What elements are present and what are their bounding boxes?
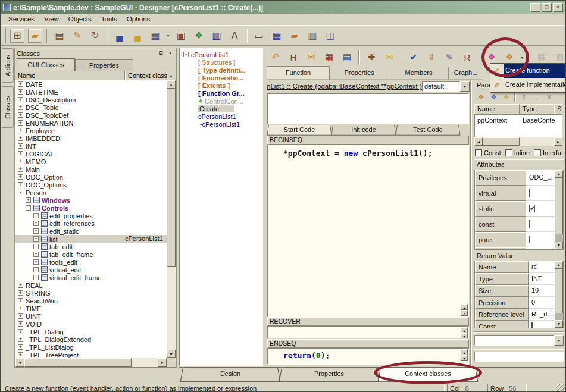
tree-item-windows[interactable]: +Windows — [15, 196, 167, 204]
parameter-row[interactable]: ppContextBaseContext — [475, 115, 562, 125]
create-function-icon[interactable]: ❖ — [502, 50, 517, 64]
widget-button-icon[interactable]: ▭ — [252, 29, 266, 43]
scroll-up-icon[interactable]: ▴ — [461, 304, 468, 310]
property-row-virtual[interactable]: virtual — [475, 186, 563, 201]
expand-toggle-icon[interactable]: + — [18, 174, 23, 180]
scroll-up-icon[interactable]: ▴ — [461, 327, 468, 333]
object-tree-item-cpersonlist1[interactable]: -cPersonList1 — [181, 51, 262, 58]
expand-toggle-icon[interactable]: - — [18, 190, 23, 195]
edit-note-icon[interactable]: ✎ — [70, 29, 85, 43]
add-tool-icon[interactable]: ✚ — [364, 50, 379, 64]
resize-grip[interactable] — [556, 384, 565, 392]
close-panel-icon[interactable]: × — [166, 49, 174, 57]
insert-parameter-icon[interactable]: ❖ — [489, 92, 499, 102]
description-box[interactable] — [267, 93, 469, 124]
dialog-window-icon[interactable]: ◫ — [323, 29, 337, 43]
tree-item-edit-properties[interactable]: +edit_properties — [15, 212, 167, 219]
scrollbar-thumb[interactable] — [167, 89, 176, 267]
scroll-down-icon[interactable]: ▾ — [461, 310, 468, 316]
tree-item-virtual-edit[interactable]: +virtual_edit — [15, 266, 167, 274]
tree-item-dsc-topic[interactable]: +DSC_Topic — [15, 104, 167, 111]
font-icon[interactable]: A — [227, 29, 242, 43]
scrollbar-thumb[interactable] — [24, 358, 132, 367]
extra-combobox[interactable]: ▼ — [474, 335, 564, 346]
eraser-icon[interactable]: ▰ — [28, 29, 42, 43]
expand-toggle-icon[interactable]: + — [33, 228, 39, 234]
extra-field[interactable] — [474, 352, 564, 362]
tree-item-dsc-description[interactable]: +DSC_Description — [15, 96, 167, 104]
expand-toggle-icon[interactable]: + — [18, 344, 23, 350]
vertical-scrollbar[interactable]: ▲ ▼ — [555, 170, 563, 249]
calendar-icon[interactable]: ▦ — [322, 50, 336, 64]
scroll-up-icon[interactable]: ▲ — [555, 170, 563, 178]
property-row-const[interactable]: Const — [475, 321, 563, 328]
menu-item-view[interactable]: View — [39, 15, 64, 23]
scroll-down-icon[interactable]: ▾ — [461, 355, 468, 361]
tab-properties[interactable]: Properties — [282, 368, 377, 381]
refresh-icon[interactable]: ↻ — [88, 29, 102, 43]
property-row-size[interactable]: Size10 — [475, 285, 563, 297]
expand-toggle-icon[interactable]: + — [33, 236, 39, 242]
combobox-dropdown-icon[interactable]: ▼ — [460, 81, 470, 92]
expand-toggle-icon[interactable]: + — [18, 151, 23, 156]
column-header-type[interactable]: Type — [520, 104, 554, 114]
export-document-icon[interactable]: ⇓ — [424, 50, 439, 64]
scroll-up-icon[interactable]: ▲ — [555, 261, 563, 269]
property-row-reference-level[interactable]: Reference levelRL_di... — [475, 309, 563, 321]
tree-item-real[interactable]: +REAL — [15, 281, 167, 289]
object-tree-item-extents[interactable]: [ Extents ] — [181, 81, 262, 89]
expand-toggle-icon[interactable]: + — [18, 81, 23, 87]
tree-item-searchwin[interactable]: +SearchWin — [15, 297, 167, 305]
scrollbar-thumb[interactable] — [483, 137, 520, 146]
tab-gui-classes[interactable]: GUI Classes — [17, 58, 75, 71]
tree-item-employee[interactable]: +Employee — [15, 127, 167, 134]
property-row-type[interactable]: TypeINT — [475, 273, 563, 285]
tree-item-int[interactable]: +INT — [15, 142, 167, 150]
image-icon[interactable]: ▣ — [174, 29, 188, 43]
tab-members[interactable]: Members — [389, 67, 449, 79]
maximize-button[interactable]: □ — [542, 3, 552, 12]
object-tree-item-structures[interactable]: [ Structures ] — [181, 58, 262, 66]
scroll-up-icon[interactable]: ▲ — [167, 80, 176, 89]
expand-toggle-icon[interactable]: + — [18, 298, 23, 303]
expand-toggle-icon[interactable]: + — [18, 136, 23, 141]
menu-item-create-implementation[interactable]: ✐Create implementation — [490, 78, 566, 92]
expand-toggle-icon[interactable]: - — [26, 205, 31, 211]
expand-toggle-icon[interactable]: + — [26, 197, 31, 203]
menu-item-objects[interactable]: Objects — [64, 15, 96, 23]
tree-item-memo[interactable]: +MEMO — [15, 158, 167, 165]
vertical-scrollbar[interactable]: ▲ ▼ — [555, 261, 563, 328]
expand-toggle-icon[interactable]: - — [183, 52, 189, 57]
printer-yellow-icon[interactable]: ▄ — [130, 29, 145, 43]
tab-init-code[interactable]: Init code — [333, 125, 395, 135]
tree-item-void[interactable]: +VOID — [15, 320, 167, 328]
tab-design[interactable]: Design — [183, 368, 278, 381]
code-line[interactable]: *ppContext = new cPersonList1(); — [268, 145, 468, 158]
expand-toggle-icon[interactable]: + — [18, 337, 23, 342]
check-window-icon[interactable]: ✔ — [406, 50, 421, 64]
tab-start-code[interactable]: Start Code — [268, 125, 330, 135]
close-button[interactable]: × — [553, 3, 563, 12]
scroll-down-icon[interactable]: ▼ — [555, 320, 563, 328]
implementation-combobox[interactable]: default ▼ — [422, 81, 470, 92]
property-row-pure[interactable]: pure — [475, 232, 563, 247]
tab-properties[interactable]: Properties — [330, 67, 389, 79]
object-tree-item-function-gr[interactable]: [ Function Gr... — [181, 89, 262, 97]
new-function-icon[interactable]: ✉ — [304, 50, 318, 64]
tree-item-tab-edit[interactable]: +tab_edit — [15, 243, 167, 250]
expand-toggle-icon[interactable]: + — [33, 267, 39, 272]
end-code-editor[interactable]: return(0); ▴ ▾ — [267, 348, 469, 365]
printer-blue-icon[interactable]: ▄ — [112, 29, 127, 43]
expand-toggle-icon[interactable]: + — [18, 120, 23, 126]
combobox-value[interactable] — [474, 335, 554, 346]
tree-item-enumeration[interactable]: +ENUMERATION — [15, 119, 167, 127]
flag-const[interactable]: Const — [475, 149, 501, 156]
scroll-down-icon[interactable]: ▾ — [461, 333, 468, 338]
vertical-scrollbar[interactable]: ▲ ▼ — [167, 80, 176, 358]
scroll-down-icon[interactable]: ▼ — [555, 242, 563, 249]
edit-document-icon[interactable]: ✎ — [442, 50, 456, 64]
menu-item-options[interactable]: Options — [122, 15, 155, 23]
property-row-empty[interactable] — [475, 247, 563, 250]
tree-item-date[interactable]: +DATE — [15, 80, 167, 88]
tree-item-uint[interactable]: +UINT — [15, 312, 167, 320]
